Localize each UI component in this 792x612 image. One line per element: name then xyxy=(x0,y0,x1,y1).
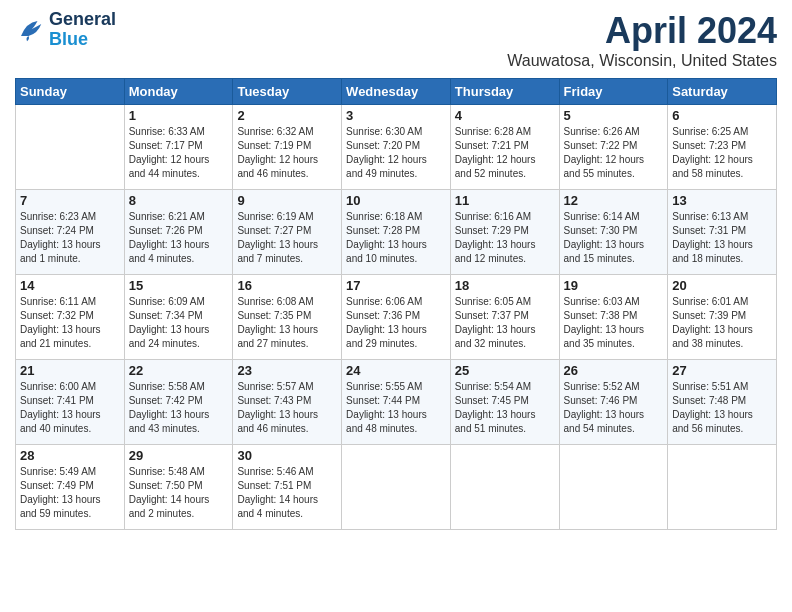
calendar-cell: 12Sunrise: 6:14 AMSunset: 7:30 PMDayligh… xyxy=(559,190,668,275)
day-info: Sunrise: 5:58 AMSunset: 7:42 PMDaylight:… xyxy=(129,380,229,436)
day-info: Sunrise: 5:49 AMSunset: 7:49 PMDaylight:… xyxy=(20,465,120,521)
day-info: Sunrise: 6:06 AMSunset: 7:36 PMDaylight:… xyxy=(346,295,446,351)
calendar-cell: 11Sunrise: 6:16 AMSunset: 7:29 PMDayligh… xyxy=(450,190,559,275)
calendar-cell: 4Sunrise: 6:28 AMSunset: 7:21 PMDaylight… xyxy=(450,105,559,190)
day-info: Sunrise: 6:23 AMSunset: 7:24 PMDaylight:… xyxy=(20,210,120,266)
day-info: Sunrise: 6:03 AMSunset: 7:38 PMDaylight:… xyxy=(564,295,664,351)
page-header: GeneralBlue April 2024 Wauwatosa, Wiscon… xyxy=(15,10,777,70)
day-number: 7 xyxy=(20,193,120,208)
day-number: 30 xyxy=(237,448,337,463)
calendar-cell xyxy=(342,445,451,530)
day-info: Sunrise: 6:01 AMSunset: 7:39 PMDaylight:… xyxy=(672,295,772,351)
calendar-cell: 26Sunrise: 5:52 AMSunset: 7:46 PMDayligh… xyxy=(559,360,668,445)
calendar-cell: 13Sunrise: 6:13 AMSunset: 7:31 PMDayligh… xyxy=(668,190,777,275)
day-number: 2 xyxy=(237,108,337,123)
day-info: Sunrise: 5:51 AMSunset: 7:48 PMDaylight:… xyxy=(672,380,772,436)
calendar-week-1: 1Sunrise: 6:33 AMSunset: 7:17 PMDaylight… xyxy=(16,105,777,190)
calendar-cell: 17Sunrise: 6:06 AMSunset: 7:36 PMDayligh… xyxy=(342,275,451,360)
day-number: 8 xyxy=(129,193,229,208)
calendar-cell: 7Sunrise: 6:23 AMSunset: 7:24 PMDaylight… xyxy=(16,190,125,275)
calendar-cell: 3Sunrise: 6:30 AMSunset: 7:20 PMDaylight… xyxy=(342,105,451,190)
day-number: 4 xyxy=(455,108,555,123)
calendar-cell: 27Sunrise: 5:51 AMSunset: 7:48 PMDayligh… xyxy=(668,360,777,445)
calendar-cell: 30Sunrise: 5:46 AMSunset: 7:51 PMDayligh… xyxy=(233,445,342,530)
day-number: 18 xyxy=(455,278,555,293)
calendar-week-3: 14Sunrise: 6:11 AMSunset: 7:32 PMDayligh… xyxy=(16,275,777,360)
column-header-thursday: Thursday xyxy=(450,79,559,105)
day-number: 15 xyxy=(129,278,229,293)
calendar-cell: 24Sunrise: 5:55 AMSunset: 7:44 PMDayligh… xyxy=(342,360,451,445)
day-info: Sunrise: 6:09 AMSunset: 7:34 PMDaylight:… xyxy=(129,295,229,351)
day-info: Sunrise: 6:28 AMSunset: 7:21 PMDaylight:… xyxy=(455,125,555,181)
day-number: 24 xyxy=(346,363,446,378)
day-number: 9 xyxy=(237,193,337,208)
day-number: 22 xyxy=(129,363,229,378)
calendar-cell: 21Sunrise: 6:00 AMSunset: 7:41 PMDayligh… xyxy=(16,360,125,445)
title-block: April 2024 Wauwatosa, Wisconsin, United … xyxy=(507,10,777,70)
calendar-cell: 8Sunrise: 6:21 AMSunset: 7:26 PMDaylight… xyxy=(124,190,233,275)
logo-icon xyxy=(15,15,45,45)
day-number: 5 xyxy=(564,108,664,123)
day-number: 27 xyxy=(672,363,772,378)
day-info: Sunrise: 6:16 AMSunset: 7:29 PMDaylight:… xyxy=(455,210,555,266)
column-header-friday: Friday xyxy=(559,79,668,105)
day-number: 3 xyxy=(346,108,446,123)
calendar-cell: 22Sunrise: 5:58 AMSunset: 7:42 PMDayligh… xyxy=(124,360,233,445)
calendar-cell: 6Sunrise: 6:25 AMSunset: 7:23 PMDaylight… xyxy=(668,105,777,190)
day-number: 26 xyxy=(564,363,664,378)
day-info: Sunrise: 6:13 AMSunset: 7:31 PMDaylight:… xyxy=(672,210,772,266)
day-number: 29 xyxy=(129,448,229,463)
calendar-cell: 2Sunrise: 6:32 AMSunset: 7:19 PMDaylight… xyxy=(233,105,342,190)
calendar-cell: 29Sunrise: 5:48 AMSunset: 7:50 PMDayligh… xyxy=(124,445,233,530)
day-info: Sunrise: 6:32 AMSunset: 7:19 PMDaylight:… xyxy=(237,125,337,181)
calendar-cell: 18Sunrise: 6:05 AMSunset: 7:37 PMDayligh… xyxy=(450,275,559,360)
day-number: 13 xyxy=(672,193,772,208)
calendar-header-row: SundayMondayTuesdayWednesdayThursdayFrid… xyxy=(16,79,777,105)
day-number: 20 xyxy=(672,278,772,293)
column-header-saturday: Saturday xyxy=(668,79,777,105)
day-number: 17 xyxy=(346,278,446,293)
logo-text: GeneralBlue xyxy=(49,10,116,50)
day-info: Sunrise: 5:57 AMSunset: 7:43 PMDaylight:… xyxy=(237,380,337,436)
calendar-subtitle: Wauwatosa, Wisconsin, United States xyxy=(507,52,777,70)
day-number: 16 xyxy=(237,278,337,293)
day-info: Sunrise: 6:30 AMSunset: 7:20 PMDaylight:… xyxy=(346,125,446,181)
calendar-cell: 23Sunrise: 5:57 AMSunset: 7:43 PMDayligh… xyxy=(233,360,342,445)
calendar-week-4: 21Sunrise: 6:00 AMSunset: 7:41 PMDayligh… xyxy=(16,360,777,445)
calendar-cell xyxy=(16,105,125,190)
day-number: 6 xyxy=(672,108,772,123)
calendar-week-2: 7Sunrise: 6:23 AMSunset: 7:24 PMDaylight… xyxy=(16,190,777,275)
day-number: 19 xyxy=(564,278,664,293)
day-info: Sunrise: 6:26 AMSunset: 7:22 PMDaylight:… xyxy=(564,125,664,181)
calendar-cell: 19Sunrise: 6:03 AMSunset: 7:38 PMDayligh… xyxy=(559,275,668,360)
day-info: Sunrise: 6:33 AMSunset: 7:17 PMDaylight:… xyxy=(129,125,229,181)
calendar-cell xyxy=(450,445,559,530)
day-info: Sunrise: 6:14 AMSunset: 7:30 PMDaylight:… xyxy=(564,210,664,266)
calendar-cell: 20Sunrise: 6:01 AMSunset: 7:39 PMDayligh… xyxy=(668,275,777,360)
logo: GeneralBlue xyxy=(15,10,116,50)
calendar-cell: 25Sunrise: 5:54 AMSunset: 7:45 PMDayligh… xyxy=(450,360,559,445)
column-header-wednesday: Wednesday xyxy=(342,79,451,105)
calendar-cell: 28Sunrise: 5:49 AMSunset: 7:49 PMDayligh… xyxy=(16,445,125,530)
day-number: 23 xyxy=(237,363,337,378)
calendar-cell: 15Sunrise: 6:09 AMSunset: 7:34 PMDayligh… xyxy=(124,275,233,360)
day-info: Sunrise: 5:54 AMSunset: 7:45 PMDaylight:… xyxy=(455,380,555,436)
day-info: Sunrise: 5:55 AMSunset: 7:44 PMDaylight:… xyxy=(346,380,446,436)
calendar-cell: 10Sunrise: 6:18 AMSunset: 7:28 PMDayligh… xyxy=(342,190,451,275)
day-info: Sunrise: 5:46 AMSunset: 7:51 PMDaylight:… xyxy=(237,465,337,521)
day-info: Sunrise: 6:25 AMSunset: 7:23 PMDaylight:… xyxy=(672,125,772,181)
day-info: Sunrise: 6:08 AMSunset: 7:35 PMDaylight:… xyxy=(237,295,337,351)
day-number: 11 xyxy=(455,193,555,208)
day-number: 21 xyxy=(20,363,120,378)
calendar-cell: 1Sunrise: 6:33 AMSunset: 7:17 PMDaylight… xyxy=(124,105,233,190)
calendar-cell: 16Sunrise: 6:08 AMSunset: 7:35 PMDayligh… xyxy=(233,275,342,360)
day-info: Sunrise: 6:21 AMSunset: 7:26 PMDaylight:… xyxy=(129,210,229,266)
calendar-cell: 5Sunrise: 6:26 AMSunset: 7:22 PMDaylight… xyxy=(559,105,668,190)
column-header-sunday: Sunday xyxy=(16,79,125,105)
day-info: Sunrise: 6:11 AMSunset: 7:32 PMDaylight:… xyxy=(20,295,120,351)
day-info: Sunrise: 5:52 AMSunset: 7:46 PMDaylight:… xyxy=(564,380,664,436)
calendar-table: SundayMondayTuesdayWednesdayThursdayFrid… xyxy=(15,78,777,530)
calendar-cell: 9Sunrise: 6:19 AMSunset: 7:27 PMDaylight… xyxy=(233,190,342,275)
day-number: 14 xyxy=(20,278,120,293)
day-info: Sunrise: 6:00 AMSunset: 7:41 PMDaylight:… xyxy=(20,380,120,436)
